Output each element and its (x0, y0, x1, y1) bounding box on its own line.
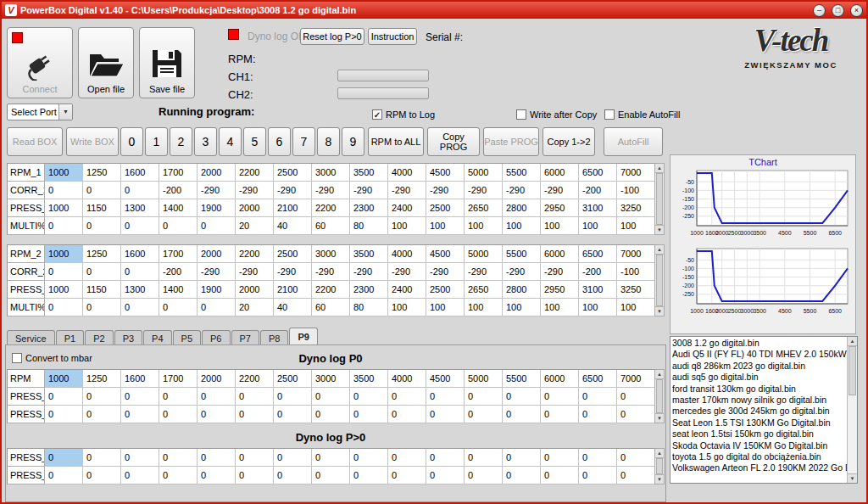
tab-p4[interactable]: P4 (143, 330, 171, 345)
table-cell[interactable]: -290 (236, 263, 274, 281)
table-cell[interactable]: 2200 (312, 281, 350, 299)
table-cell[interactable]: 1250 (83, 370, 121, 388)
table-cell[interactable]: 0 (121, 467, 159, 484)
table-cell[interactable]: 2500 (274, 245, 312, 263)
table-cell[interactable]: 0 (198, 217, 236, 235)
table-cell[interactable]: 5500 (503, 245, 541, 263)
table-cell[interactable]: 0 (350, 406, 388, 423)
digit-5-button[interactable]: 5 (243, 127, 266, 156)
table-cell[interactable]: 20 (236, 299, 274, 316)
table-cell[interactable]: 0 (159, 217, 198, 235)
table-cell[interactable]: 1900 (198, 199, 236, 217)
digit-1-button[interactable]: 1 (145, 127, 168, 156)
table-cell[interactable]: 40 (274, 299, 312, 316)
table-cell[interactable]: 0 (579, 388, 617, 406)
table-cell[interactable]: 0 (83, 388, 121, 406)
table-cell[interactable]: 0 (312, 406, 350, 423)
read-box-button[interactable]: Read BOX (7, 127, 63, 156)
table-cell[interactable]: 0 (236, 388, 274, 406)
table-cell[interactable]: 1600 (121, 370, 159, 388)
table-cell[interactable]: 2500 (274, 370, 312, 388)
table-cell[interactable]: 0 (388, 406, 426, 423)
table-cell[interactable]: 0 (350, 388, 388, 406)
table-cell[interactable]: 4000 (388, 370, 426, 388)
dyno-pgt0-scrollbar[interactable]: ▲▼ (654, 448, 665, 484)
table-cell[interactable]: 2000 (198, 370, 236, 388)
table-cell[interactable]: 2950 (541, 199, 579, 217)
table-cell[interactable]: -290 (274, 263, 312, 281)
table-cell[interactable]: 2000 (236, 199, 274, 217)
table-cell[interactable]: -290 (426, 263, 465, 281)
table-cell[interactable]: 2500 (426, 199, 465, 217)
table-cell[interactable]: 6000 (541, 164, 579, 182)
scroll-track[interactable] (848, 395, 857, 473)
write-box-button[interactable]: Write BOX (66, 127, 119, 156)
table-cell[interactable]: 1150 (83, 199, 121, 217)
autofill-button[interactable]: AutoFill (604, 127, 663, 156)
file-item[interactable]: 3008 1.2 go digital.bin (672, 338, 847, 349)
table-cell[interactable]: 6500 (579, 164, 617, 182)
table-cell[interactable]: 2500 (274, 164, 312, 182)
save-file-button[interactable]: Save file (139, 27, 195, 98)
table-cell[interactable]: 2000 (198, 164, 236, 182)
scroll-thumb[interactable] (656, 255, 663, 306)
table-cell[interactable]: -290 (465, 263, 503, 281)
digit-9-button[interactable]: 9 (342, 127, 364, 156)
file-item[interactable]: ford transit 130km go digital.bin (672, 384, 847, 395)
table-cell[interactable]: 0 (579, 449, 617, 467)
table-cell[interactable]: -290 (465, 182, 503, 199)
tab-p8[interactable]: P8 (260, 330, 288, 345)
table-cell[interactable]: 3500 (350, 370, 388, 388)
table-cell[interactable]: 3000 (312, 245, 350, 263)
open-file-button[interactable]: Open file (78, 27, 134, 98)
table-cell[interactable]: 1600 (121, 164, 159, 182)
table-cell[interactable]: 0 (426, 467, 465, 484)
table-cell[interactable]: -100 (617, 263, 655, 281)
table-cell[interactable]: 0 (121, 388, 159, 406)
table-cell[interactable]: 2800 (503, 199, 541, 217)
table-cell[interactable]: 0 (83, 263, 121, 281)
connect-button[interactable]: Connect (7, 27, 73, 98)
table-cell[interactable]: 2200 (236, 370, 274, 388)
enable-autofill-checkbox[interactable]: Enable AutoFill (604, 109, 680, 120)
table-cell[interactable]: 3500 (350, 164, 388, 182)
scroll-up-icon[interactable]: ▲ (655, 164, 664, 173)
table-cell[interactable]: 4000 (388, 245, 426, 263)
table-cell[interactable]: 60 (312, 217, 350, 235)
close-icon[interactable]: × (850, 4, 863, 17)
table-cell[interactable]: 0 (121, 263, 159, 281)
table-cell[interactable]: 100 (426, 217, 465, 235)
table-cell[interactable]: 2500 (426, 281, 465, 299)
table-cell[interactable]: 0 (159, 467, 198, 484)
table-cell[interactable]: 2950 (541, 281, 579, 299)
table-cell[interactable]: 0 (45, 299, 83, 316)
digit-6-button[interactable]: 6 (268, 127, 291, 156)
table-cell[interactable]: -290 (198, 182, 236, 199)
table-cell[interactable]: 100 (465, 217, 503, 235)
table-cell[interactable]: 0 (198, 449, 236, 467)
table-cell[interactable]: 0 (159, 299, 198, 316)
scroll-down-icon[interactable]: ▼ (655, 225, 664, 234)
scroll-up-icon[interactable]: ▲ (655, 370, 664, 379)
table-cell[interactable]: 1000 (45, 164, 83, 182)
table-cell[interactable]: 2400 (388, 199, 426, 217)
reset-log-button[interactable]: Reset log P>0 (300, 28, 364, 45)
paste-prog-button[interactable]: Paste PROG (483, 127, 539, 156)
tab-p3[interactable]: P3 (114, 330, 142, 345)
table-cell[interactable]: 100 (503, 299, 541, 316)
table-cell[interactable]: 20 (236, 217, 274, 235)
digit-3-button[interactable]: 3 (194, 127, 217, 156)
table-cell[interactable]: 1400 (159, 281, 198, 299)
table-cell[interactable]: 0 (45, 449, 83, 467)
table-cell[interactable]: 0 (121, 299, 159, 316)
table-cell[interactable]: 6000 (541, 245, 579, 263)
scroll-up-icon[interactable]: ▲ (655, 245, 664, 255)
table-cell[interactable]: 1600 (121, 245, 159, 263)
table-cell[interactable]: 1150 (83, 281, 121, 299)
table-cell[interactable]: 0 (312, 449, 350, 467)
table-cell[interactable]: 0 (159, 388, 198, 406)
table-cell[interactable]: 0 (388, 388, 426, 406)
file-item[interactable]: Audi Q5 II (FY FL) 40 TDI MHEV 2.0 150kW… (672, 349, 847, 360)
table-cell[interactable]: 3250 (617, 281, 655, 299)
table-cell[interactable]: 0 (541, 467, 579, 484)
